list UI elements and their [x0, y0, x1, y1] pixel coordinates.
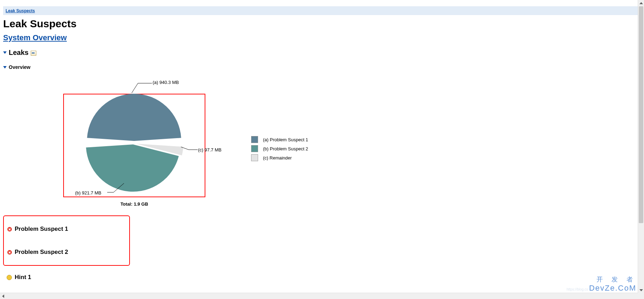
callout-c: (c) 97.7 MB	[198, 147, 221, 152]
section-overview[interactable]: Overview	[3, 64, 638, 70]
scroll-up-button[interactable]	[638, 0, 644, 6]
legend-item-b: (b) Problem Suspect 2	[251, 145, 308, 152]
swatch-b	[251, 145, 258, 152]
leaks-heading: Leaks	[9, 49, 29, 57]
suspect-label: Problem Suspect 2	[15, 249, 68, 256]
scrollbar-corner	[638, 293, 644, 299]
callout-b: (b) 921.7 MB	[75, 190, 101, 195]
leader-line-c	[181, 146, 198, 153]
slice-a	[87, 94, 181, 141]
callout-a: (a) 940.3 MB	[153, 80, 179, 85]
suspects-highlight-box: Problem Suspect 1 Problem Suspect 2	[3, 215, 130, 266]
section-leaks[interactable]: Leaks	[3, 49, 638, 57]
chevron-down-icon	[3, 66, 7, 69]
legend-item-c: (c) Remainder	[251, 154, 308, 161]
problem-suspect-1[interactable]: Problem Suspect 1	[5, 218, 127, 241]
pie-chart	[85, 94, 183, 192]
content-pane: Leak Suspects Leak Suspects System Overv…	[3, 6, 638, 299]
breadcrumb: Leak Suspects	[3, 6, 638, 15]
hint-label: Hint 1	[15, 274, 31, 281]
hint-1[interactable]: Hint 1	[4, 266, 638, 289]
slice-b	[86, 144, 179, 192]
error-icon	[7, 250, 12, 255]
warning-icon	[7, 275, 12, 280]
overview-heading: Overview	[9, 64, 30, 70]
suspect-label: Problem Suspect 1	[15, 226, 68, 233]
scroll-left-button[interactable]	[0, 293, 6, 299]
swatch-c	[251, 154, 258, 161]
breadcrumb-link[interactable]: Leak Suspects	[6, 8, 35, 13]
legend-item-a: (a) Problem Suspect 1	[251, 136, 308, 143]
legend-label-c: (c) Remainder	[263, 155, 292, 161]
leader-line-b	[107, 183, 125, 194]
pie-chart-area: (a) 940.3 MB (c) 97.7 MB (b) 921.7 MB	[7, 80, 638, 206]
horizontal-scrollbar[interactable]	[0, 293, 638, 299]
page-title: Leak Suspects	[3, 18, 638, 30]
swatch-a	[251, 136, 258, 143]
chart-total: Total: 1.9 GB	[63, 201, 205, 207]
scroll-thumb[interactable]	[639, 6, 643, 223]
legend-label-a: (a) Problem Suspect 1	[263, 137, 308, 142]
chart-legend: (a) Problem Suspect 1 (b) Problem Suspec…	[251, 134, 308, 163]
error-icon	[7, 227, 12, 232]
report-icon	[31, 51, 36, 56]
chevron-down-icon	[639, 289, 643, 291]
legend-label-b: (b) Problem Suspect 2	[263, 146, 308, 151]
chevron-up-icon	[639, 2, 643, 4]
leader-line-a	[132, 83, 153, 95]
chevron-left-icon	[2, 294, 4, 298]
chevron-down-icon	[3, 51, 7, 54]
system-overview-link[interactable]: System Overview	[3, 33, 67, 42]
scroll-down-button[interactable]	[638, 287, 644, 293]
problem-suspect-2[interactable]: Problem Suspect 2	[5, 241, 127, 264]
vertical-scrollbar[interactable]	[638, 0, 644, 299]
